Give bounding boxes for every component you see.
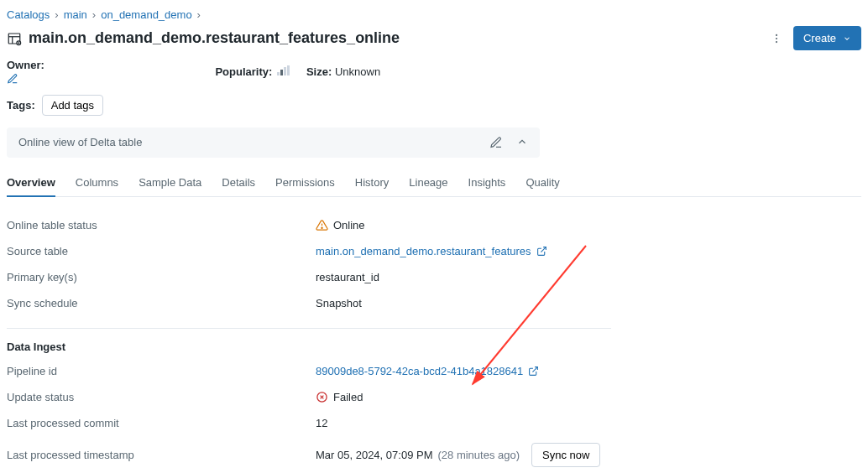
sched-value: Snapshot [316, 297, 611, 309]
source-label: Source table [7, 245, 316, 257]
row-sync-schedule: Sync schedule Snapshot [7, 290, 611, 316]
status-value: Online [333, 219, 365, 231]
svg-line-10 [533, 366, 538, 372]
breadcrumb-item[interactable]: main [64, 8, 87, 21]
sync-now-button[interactable]: Sync now [531, 443, 600, 467]
size-value: Unknown [335, 65, 380, 78]
pipeline-label: Pipeline id [7, 365, 316, 377]
chevron-right-icon: › [55, 8, 58, 21]
data-ingest-heading: Data Ingest [7, 328, 611, 353]
tab-permissions[interactable]: Permissions [275, 169, 335, 196]
row-last-timestamp: Last processed timestamp Mar 05, 2024, 0… [7, 436, 611, 473]
size-label: Size: [306, 65, 332, 78]
popularity-label: Popularity: [215, 65, 272, 78]
title-row: main.on_demand_demo.restaurant_features_… [7, 26, 861, 50]
error-icon [316, 391, 328, 403]
breadcrumb-item[interactable]: Catalogs [7, 8, 50, 21]
ts-value: Mar 05, 2024, 07:09 PM [316, 449, 432, 461]
chevron-right-icon: › [92, 8, 96, 21]
overview-panel: Online table status Online Source table … [7, 212, 611, 473]
breadcrumb: Catalogs › main › on_demand_demo › [7, 7, 861, 26]
more-menu-icon[interactable] [768, 30, 785, 47]
sched-label: Sync schedule [7, 297, 316, 309]
external-link-icon[interactable] [528, 366, 539, 377]
add-tags-button[interactable]: Add tags [42, 95, 103, 116]
meta-row: Owner: Popularity: Size: Unknown [7, 59, 861, 85]
row-source-table: Source table main.on_demand_demo.restaur… [7, 238, 611, 264]
owner-label: Owner: [7, 59, 44, 71]
edit-description-icon[interactable] [489, 136, 503, 149]
tab-details[interactable]: Details [222, 169, 255, 196]
tags-row: Tags: Add tags [7, 95, 861, 116]
table-icon [7, 31, 22, 46]
tab-history[interactable]: History [355, 169, 389, 196]
tab-overview[interactable]: Overview [7, 169, 55, 197]
chevron-right-icon: › [197, 8, 201, 21]
svg-line-9 [541, 247, 546, 252]
commit-value: 12 [316, 417, 611, 429]
edit-owner-icon[interactable] [7, 73, 198, 85]
external-link-icon[interactable] [536, 246, 547, 257]
ts-relative: (28 minutes ago) [437, 449, 520, 461]
popularity-bars-icon [277, 65, 290, 75]
tab-insights[interactable]: Insights [468, 169, 506, 196]
breadcrumb-item[interactable]: on_demand_demo [101, 8, 191, 21]
row-primary-key: Primary key(s) restaurant_id [7, 264, 611, 290]
description-bar: Online view of Delta table [7, 127, 540, 158]
ts-label: Last processed timestamp [7, 449, 316, 461]
row-last-commit: Last processed commit 12 [7, 410, 611, 436]
collapse-description-icon[interactable] [516, 136, 528, 149]
update-label: Update status [7, 391, 316, 403]
commit-label: Last processed commit [7, 417, 316, 429]
row-status: Online table status Online [7, 212, 611, 238]
chevron-down-icon [843, 34, 851, 43]
svg-point-8 [322, 227, 322, 228]
tab-quality[interactable]: Quality [526, 169, 559, 196]
row-update-status: Update status Failed [7, 384, 611, 410]
tab-lineage[interactable]: Lineage [409, 169, 447, 196]
svg-point-6 [776, 41, 777, 43]
tags-label: Tags: [7, 99, 35, 112]
pk-value: restaurant_id [316, 271, 611, 283]
update-value: Failed [333, 391, 363, 403]
create-label: Create [803, 32, 836, 44]
source-link[interactable]: main.on_demand_demo.restaurant_features [316, 245, 531, 257]
svg-point-5 [776, 37, 777, 39]
create-button[interactable]: Create [793, 26, 861, 50]
row-pipeline-id: Pipeline id 89009de8-5792-42ca-bcd2-41b4… [7, 358, 611, 384]
pipeline-link[interactable]: 89009de8-5792-42ca-bcd2-41b4a1828641 [316, 365, 523, 377]
tabs: Overview Columns Sample Data Details Per… [7, 169, 861, 197]
description-text: Online view of Delta table [18, 136, 142, 148]
tab-sample-data[interactable]: Sample Data [139, 169, 201, 196]
owner-value [47, 60, 198, 73]
tab-columns[interactable]: Columns [76, 169, 118, 196]
pk-label: Primary key(s) [7, 271, 316, 283]
page-title: main.on_demand_demo.restaurant_features_… [29, 29, 400, 47]
status-label: Online table status [7, 219, 316, 231]
warning-icon [316, 219, 328, 231]
svg-point-4 [776, 34, 777, 35]
